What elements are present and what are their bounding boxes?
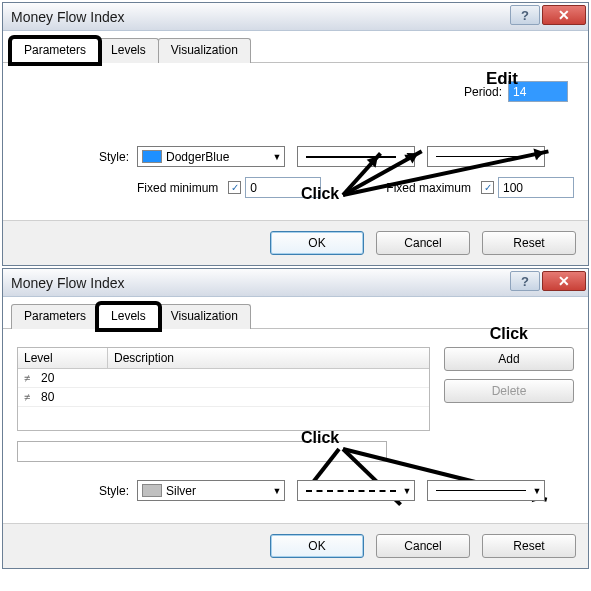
table-row[interactable]: ≠20 <box>18 369 429 388</box>
chevron-down-icon: ▼ <box>400 481 414 500</box>
style-label: Style: <box>17 484 137 498</box>
color-name: DodgerBlue <box>166 150 229 164</box>
close-button[interactable]: ✕ <box>542 271 586 291</box>
fixed-min-checkbox[interactable] <box>228 181 241 194</box>
fixed-max-value: 100 <box>503 181 523 195</box>
reset-button[interactable]: Reset <box>482 231 576 255</box>
chevron-down-icon: ▼ <box>270 481 284 500</box>
level-value: 20 <box>41 371 54 385</box>
color-combo[interactable]: DodgerBlue ▼ <box>137 146 285 167</box>
cancel-button[interactable]: Cancel <box>376 231 470 255</box>
line-width-combo[interactable]: ▼ <box>427 146 545 167</box>
tab-parameters[interactable]: Parameters <box>11 38 99 63</box>
titlebar: Money Flow Index ? ✕ <box>3 3 588 31</box>
line-thin-icon <box>436 156 526 157</box>
tab-body-levels: Click Level Description ≠20 ≠80 Add Dele… <box>3 329 588 523</box>
add-button[interactable]: Add <box>444 347 574 371</box>
period-input[interactable]: 14 <box>508 81 568 102</box>
chevron-down-icon: ▼ <box>400 147 414 166</box>
level-value: 80 <box>41 390 54 404</box>
line-width-combo[interactable]: ▼ <box>427 480 545 501</box>
fixed-max-label: Fixed maximum <box>386 181 477 195</box>
chevron-down-icon: ▼ <box>270 147 284 166</box>
line-solid-icon <box>306 156 396 158</box>
tab-parameters[interactable]: Parameters <box>11 304 99 329</box>
chevron-down-icon: ▼ <box>530 481 544 500</box>
col-level[interactable]: Level <box>18 348 108 368</box>
fixed-max-checkbox[interactable] <box>481 181 494 194</box>
reset-button[interactable]: Reset <box>482 534 576 558</box>
color-swatch <box>142 484 162 497</box>
line-dash-icon <box>306 490 396 492</box>
tab-row: Parameters Levels Visualization <box>3 297 588 329</box>
style-label: Style: <box>17 150 137 164</box>
table-header: Level Description <box>18 348 429 369</box>
button-row: OK Cancel Reset <box>3 523 588 568</box>
tab-visualization[interactable]: Visualization <box>158 38 251 63</box>
tab-row: Parameters Levels Visualization <box>3 31 588 63</box>
ok-button[interactable]: OK <box>270 231 364 255</box>
close-button[interactable]: ✕ <box>542 5 586 25</box>
color-swatch <box>142 150 162 163</box>
dialog-title: Money Flow Index <box>11 9 125 25</box>
help-button[interactable]: ? <box>510 5 540 25</box>
color-combo[interactable]: Silver ▼ <box>137 480 285 501</box>
tab-levels[interactable]: Levels <box>98 38 159 63</box>
line-style-combo[interactable]: ▼ <box>297 480 415 501</box>
line-style-combo[interactable]: ▼ <box>297 146 415 167</box>
dialog-levels: Money Flow Index ? ✕ Click Parameters Le… <box>2 268 589 569</box>
fixed-max-input[interactable]: 100 <box>498 177 574 198</box>
fixed-min-value: 0 <box>250 181 257 195</box>
color-name: Silver <box>166 484 196 498</box>
period-value: 14 <box>513 85 526 99</box>
dialog-parameters: Money Flow Index ? ✕ Click Parameters Le… <box>2 2 589 266</box>
delete-button[interactable]: Delete <box>444 379 574 403</box>
levels-table: Level Description ≠20 ≠80 <box>17 347 430 431</box>
tab-levels[interactable]: Levels <box>98 304 159 329</box>
titlebar: Money Flow Index ? ✕ <box>3 269 588 297</box>
tab-visualization[interactable]: Visualization <box>158 304 251 329</box>
tab-body-parameters: Edit Period: 14 Style: DodgerBlue ▼ ▼ <box>3 63 588 220</box>
fixed-min-label: Fixed minimum <box>137 181 224 195</box>
period-label: Period: <box>464 85 508 99</box>
cancel-button[interactable]: Cancel <box>376 534 470 558</box>
ok-button[interactable]: OK <box>270 534 364 558</box>
chevron-down-icon: ▼ <box>530 147 544 166</box>
level-icon: ≠ <box>24 372 38 384</box>
line-thin-icon <box>436 490 526 491</box>
col-description[interactable]: Description <box>108 348 429 368</box>
table-row[interactable]: ≠80 <box>18 388 429 407</box>
level-icon: ≠ <box>24 391 38 403</box>
fixed-min-input[interactable]: 0 <box>245 177 321 198</box>
dialog-title: Money Flow Index <box>11 275 125 291</box>
button-row: OK Cancel Reset <box>3 220 588 265</box>
help-button[interactable]: ? <box>510 271 540 291</box>
level-edit-input[interactable] <box>17 441 387 462</box>
